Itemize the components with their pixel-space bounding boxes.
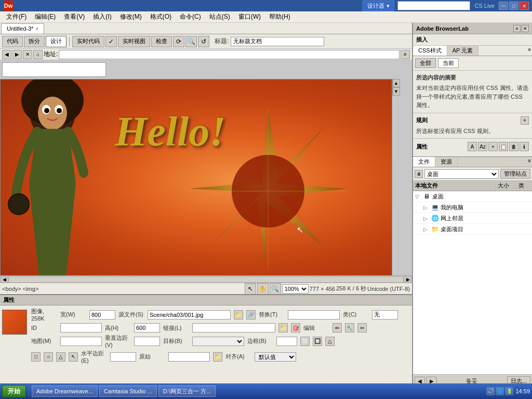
page-title-input[interactable] — [231, 37, 324, 46]
menu-edit[interactable]: 编辑(E) — [31, 11, 60, 22]
attr-add-icon[interactable]: A — [468, 142, 477, 151]
src-link-icon[interactable]: 🔗 — [246, 310, 256, 320]
realtime-code-button[interactable]: 实时代码 — [72, 36, 104, 47]
address-input[interactable] — [59, 50, 400, 59]
file-tab[interactable]: 文件 — [413, 157, 435, 167]
home-button[interactable]: ⌂ — [33, 50, 43, 59]
list-item[interactable]: ▷ 📁 桌面项目 — [413, 224, 532, 235]
design-canvas[interactable]: Hello! — [0, 79, 412, 275]
edit2-icon[interactable]: 🔧 — [345, 323, 354, 332]
list-item[interactable]: ▷ 🌐 网上邻居 — [413, 213, 532, 224]
start-button[interactable]: 开始 — [2, 385, 26, 397]
realtime-view-button[interactable]: 实时视图 — [118, 36, 150, 47]
back-button[interactable]: ◀ — [2, 50, 11, 59]
taskbar-app-folder[interactable]: D:\网页三合一 方... — [158, 385, 216, 397]
menu-insert[interactable]: 插入(I) — [89, 11, 115, 22]
circle-tool[interactable]: ○ — [44, 352, 53, 362]
menu-window[interactable]: 窗口(W) — [234, 11, 265, 22]
pointer-tool[interactable]: ↖ — [245, 283, 256, 295]
panel-close-icon[interactable]: ✕ — [522, 25, 529, 32]
original-icon[interactable]: 📁 — [213, 352, 222, 362]
stop-button[interactable]: ✕ — [23, 50, 32, 59]
vspace-input[interactable] — [134, 337, 160, 346]
current-button[interactable]: 当前 — [438, 58, 459, 68]
list-item[interactable]: ▽ 🖥 桌面 — [413, 191, 532, 202]
maximize-button[interactable]: □ — [509, 2, 518, 10]
zoom-select[interactable]: 100% — [282, 284, 309, 294]
scroll-down-button[interactable]: ▼ — [393, 87, 400, 96]
src-input[interactable] — [148, 310, 231, 320]
css-styles-tab[interactable]: CSS样式 — [413, 46, 447, 56]
edit3-icon[interactable]: ✂ — [357, 323, 367, 332]
attr-toggle-icon[interactable]: + — [488, 142, 498, 151]
refresh-icon[interactable]: ⟳ — [173, 36, 184, 47]
border-input[interactable] — [276, 337, 297, 346]
rules-icon[interactable]: + — [521, 116, 529, 125]
location-select[interactable]: 桌面 — [424, 169, 499, 179]
link-input[interactable] — [192, 323, 275, 332]
menu-view[interactable]: 查看(V) — [60, 11, 89, 22]
code-view-button[interactable]: 代码 — [2, 36, 23, 47]
document-tab[interactable]: Untitled-3* × — [1, 23, 44, 34]
replace-input[interactable] — [288, 310, 340, 320]
menu-command[interactable]: 命令(C) — [176, 11, 205, 22]
file-menu-icon[interactable]: ≡ — [527, 157, 532, 167]
design-view-button[interactable]: 设计 — [46, 36, 66, 47]
attr-info-icon[interactable]: ℹ — [520, 142, 529, 151]
attr-copy-icon[interactable]: 📋 — [499, 142, 508, 151]
address-go-icon[interactable]: ≡ — [401, 50, 410, 59]
border-icon2[interactable]: 🔲 — [313, 337, 322, 346]
rect-tool[interactable]: □ — [31, 352, 41, 362]
expand-icon2[interactable]: ▷ — [423, 205, 431, 210]
split-view-button[interactable]: 拆分 — [24, 36, 45, 47]
panel-menu-icon[interactable]: ≡ — [513, 25, 521, 32]
menu-file[interactable]: 文件(F) — [2, 11, 31, 22]
designer-button[interactable]: 设计器 ▾ — [363, 1, 394, 11]
hand-tool[interactable]: ✋ — [257, 283, 269, 295]
link-target-icon[interactable]: 🎯 — [291, 323, 300, 332]
manage-site-button[interactable]: 管理站点 — [500, 169, 530, 179]
attr-trash-icon[interactable]: 🗑 — [509, 142, 518, 151]
inspect-icon-button[interactable]: ✓ — [105, 36, 117, 47]
edit-icon[interactable]: ✏ — [332, 323, 342, 332]
zoom-out-icon[interactable]: ↺ — [198, 36, 209, 47]
scroll-left-button[interactable]: ◀ — [0, 276, 8, 283]
taskbar-app-dw[interactable]: Adobe Dreamweave... — [32, 385, 98, 397]
list-item[interactable]: ▷ 💻 我的电脑 — [413, 202, 532, 213]
menu-help[interactable]: 帮助(H) — [265, 11, 295, 22]
hspace-input[interactable] — [110, 352, 136, 362]
zoom-in-icon[interactable]: 🔍 — [185, 36, 197, 47]
tag-path[interactable]: <body> <img> — [2, 286, 38, 292]
assets-tab[interactable]: 资源 — [435, 157, 458, 167]
scroll-up-button[interactable]: ▲ — [393, 79, 400, 87]
ap-elements-tab[interactable]: AP 元素 — [447, 46, 479, 56]
menu-format[interactable]: 格式(O) — [146, 11, 176, 22]
id-input[interactable] — [60, 323, 102, 332]
zoom-tool[interactable]: 🔍 — [270, 283, 281, 295]
all-button[interactable]: 全部 — [415, 58, 436, 68]
forward-button[interactable]: ▶ — [12, 50, 22, 59]
search-input[interactable] — [397, 1, 470, 10]
border-icon3[interactable]: △ — [325, 337, 335, 346]
css-menu-icon[interactable]: ≡ — [527, 46, 532, 56]
poly-tool[interactable]: △ — [56, 352, 65, 362]
class-input[interactable] — [372, 310, 398, 320]
expand-icon[interactable]: ▽ — [415, 194, 422, 200]
horizontal-scrollbar[interactable]: ◀ ▶ — [0, 275, 412, 283]
scroll-right-button[interactable]: ▶ — [404, 276, 412, 283]
tab-close-icon[interactable]: × — [35, 26, 38, 32]
attr-sort-icon[interactable]: Az — [478, 142, 487, 151]
pointer-tool2[interactable]: ↖ — [69, 352, 78, 362]
width-input[interactable] — [89, 310, 115, 320]
height-input[interactable] — [134, 323, 160, 332]
expand-icon4[interactable]: ▷ — [423, 227, 431, 232]
map-input[interactable] — [60, 337, 102, 346]
close-button[interactable]: ✕ — [520, 2, 529, 10]
original-input[interactable] — [168, 352, 210, 362]
src-browse-icon[interactable]: 📁 — [234, 310, 243, 320]
check-button[interactable]: 检查 — [151, 36, 172, 47]
scroll-track[interactable] — [8, 276, 404, 283]
target-select[interactable] — [192, 337, 244, 346]
border-icon1[interactable]: ⬜ — [300, 337, 310, 346]
taskbar-app-camtasia[interactable]: Camtasia Studio ... — [99, 385, 157, 397]
